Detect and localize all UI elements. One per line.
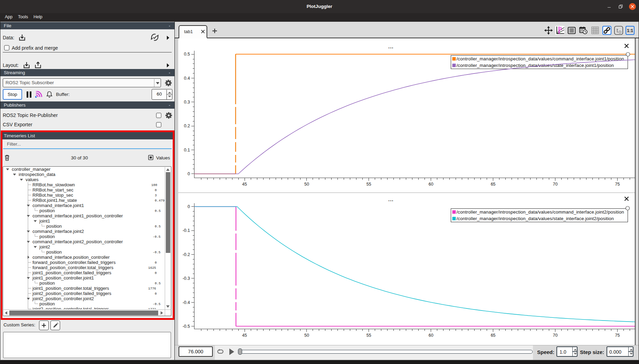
svg-text:75: 75 (615, 182, 620, 187)
svg-text:75: 75 (615, 333, 620, 338)
svg-text:60: 60 (429, 182, 433, 187)
svg-text:-0.2: -0.2 (182, 252, 190, 257)
svg-text:O: O (619, 30, 621, 34)
svg-text:45: 45 (242, 182, 247, 187)
svg-text:1: 1 (560, 26, 562, 31)
svg-text:55: 55 (366, 333, 371, 338)
svg-text:0.5: 0.5 (184, 52, 190, 57)
svg-text:-0.1: -0.1 (182, 228, 190, 233)
svg-text:/controller_manager/introspect: /controller_manager/introspection_data/v… (457, 209, 624, 215)
svg-text:65: 65 (491, 333, 496, 338)
svg-text:45: 45 (242, 333, 247, 338)
svg-text:-0.3: -0.3 (182, 276, 190, 281)
svg-text:...: ... (388, 197, 393, 202)
svg-text:65: 65 (491, 182, 496, 187)
svg-text:50: 50 (304, 182, 309, 187)
svg-text:55: 55 (366, 182, 371, 187)
svg-text:/controller_manager/introspect: /controller_manager/introspection_data/v… (457, 56, 624, 61)
svg-text:0.3: 0.3 (184, 100, 190, 105)
svg-text:0: 0 (188, 171, 190, 176)
svg-text:50: 50 (304, 333, 309, 338)
svg-text:0.2: 0.2 (184, 124, 190, 128)
svg-text:70: 70 (553, 182, 558, 187)
svg-text:0.1: 0.1 (184, 148, 190, 153)
svg-text:-0.4: -0.4 (182, 300, 190, 305)
svg-text:0.4: 0.4 (184, 76, 190, 81)
svg-text:/controller_manager/introspect: /controller_manager/introspection_data/v… (457, 216, 614, 221)
svg-text:1:1: 1:1 (627, 28, 633, 33)
svg-text:0: 0 (188, 204, 190, 209)
svg-text:t: t (617, 28, 618, 33)
svg-text:-0.5: -0.5 (182, 324, 190, 329)
svg-text:...: ... (388, 44, 393, 49)
svg-text:60: 60 (429, 333, 433, 338)
svg-text:/controller_manager/introspect: /controller_manager/introspection_data/v… (457, 63, 614, 68)
svg-text:70: 70 (553, 333, 558, 338)
